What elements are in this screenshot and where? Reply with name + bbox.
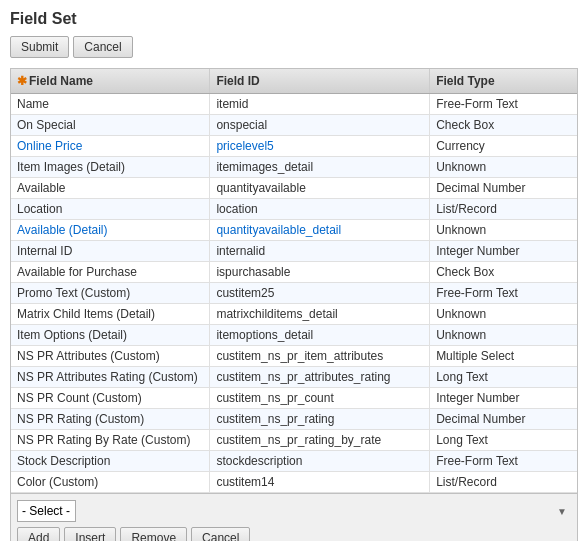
table-container: ✱Field Name Field ID Field Type Nameitem… — [10, 68, 578, 494]
table-row: Available (Detail)quantityavailable_deta… — [11, 220, 577, 241]
table-row: Promo Text (Custom)custitem25Free-Form T… — [11, 283, 577, 304]
cell-field-type: Free-Form Text — [430, 283, 577, 304]
cell-field-name: NS PR Rating (Custom) — [11, 409, 210, 430]
cell-field-id: itemid — [210, 94, 430, 115]
table-row: NS PR Rating By Rate (Custom)custitem_ns… — [11, 430, 577, 451]
cell-field-type: Integer Number — [430, 241, 577, 262]
column-header-type: Field Type — [430, 69, 577, 94]
cell-field-name: Online Price — [11, 136, 210, 157]
submit-button[interactable]: Submit — [10, 36, 69, 58]
table-row: Matrix Child Items (Detail)matrixchildit… — [11, 304, 577, 325]
cell-field-name: Available for Purchase — [11, 262, 210, 283]
table-row: Item Options (Detail)itemoptions_detailU… — [11, 325, 577, 346]
cell-field-name: Item Options (Detail) — [11, 325, 210, 346]
cell-field-id: onspecial — [210, 115, 430, 136]
cell-field-id: matrixchilditems_detail — [210, 304, 430, 325]
field-select[interactable]: - Select - — [17, 500, 76, 522]
table-row: LocationlocationList/Record — [11, 199, 577, 220]
table-row: NS PR Rating (Custom)custitem_ns_pr_rati… — [11, 409, 577, 430]
bottom-section: - Select - ▼ Add Insert Remove Cancel — [10, 494, 578, 541]
cancel-action-button[interactable]: Cancel — [191, 527, 250, 541]
cell-field-id: itemimages_detail — [210, 157, 430, 178]
cell-field-id: stockdescription — [210, 451, 430, 472]
cell-field-name: Name — [11, 94, 210, 115]
cell-field-type: Unknown — [430, 157, 577, 178]
cell-field-type: Currency — [430, 136, 577, 157]
cell-field-name: Stock Description — [11, 451, 210, 472]
cell-field-id: custitem_ns_pr_count — [210, 388, 430, 409]
page-container: Field Set Submit Cancel ✱Field Name Fiel… — [0, 0, 588, 541]
cell-field-type: Unknown — [430, 220, 577, 241]
cell-field-name: NS PR Attributes Rating (Custom) — [11, 367, 210, 388]
cell-field-id: custitem25 — [210, 283, 430, 304]
cell-field-name: NS PR Count (Custom) — [11, 388, 210, 409]
cell-field-type: Decimal Number — [430, 409, 577, 430]
remove-button[interactable]: Remove — [120, 527, 187, 541]
toolbar: Submit Cancel — [10, 36, 578, 58]
add-button[interactable]: Add — [17, 527, 60, 541]
cell-field-id: itemoptions_detail — [210, 325, 430, 346]
table-row: NS PR Count (Custom)custitem_ns_pr_count… — [11, 388, 577, 409]
cell-field-name: NS PR Attributes (Custom) — [11, 346, 210, 367]
cell-field-id: internalid — [210, 241, 430, 262]
cell-field-id: pricelevel5 — [210, 136, 430, 157]
cell-field-id: ispurchasable — [210, 262, 430, 283]
cell-field-name: Available — [11, 178, 210, 199]
cell-field-type: Long Text — [430, 367, 577, 388]
table-row: AvailablequantityavailableDecimal Number — [11, 178, 577, 199]
cell-field-id: custitem_ns_pr_rating — [210, 409, 430, 430]
cell-field-id: custitem_ns_pr_item_attributes — [210, 346, 430, 367]
table-row: Available for PurchaseispurchasableCheck… — [11, 262, 577, 283]
column-header-id: Field ID — [210, 69, 430, 94]
cell-field-name: Item Images (Detail) — [11, 157, 210, 178]
cell-field-id: custitem_ns_pr_attributes_rating — [210, 367, 430, 388]
cell-field-name: Available (Detail) — [11, 220, 210, 241]
table-row: Stock DescriptionstockdescriptionFree-Fo… — [11, 451, 577, 472]
cell-field-type: Integer Number — [430, 388, 577, 409]
select-row: - Select - ▼ — [17, 500, 571, 522]
cell-field-type: Free-Form Text — [430, 94, 577, 115]
cell-field-name: Internal ID — [11, 241, 210, 262]
cell-field-type: Unknown — [430, 304, 577, 325]
cell-field-name: Promo Text (Custom) — [11, 283, 210, 304]
cell-field-name: Location — [11, 199, 210, 220]
cell-field-type: Multiple Select — [430, 346, 577, 367]
table-row: NS PR Attributes Rating (Custom)custitem… — [11, 367, 577, 388]
cell-field-id: quantityavailable_detail — [210, 220, 430, 241]
cell-field-name: On Special — [11, 115, 210, 136]
cell-field-type: List/Record — [430, 199, 577, 220]
table-header-row: ✱Field Name Field ID Field Type — [11, 69, 577, 94]
cell-field-type: Check Box — [430, 262, 577, 283]
table-row: NameitemidFree-Form Text — [11, 94, 577, 115]
action-buttons: Add Insert Remove Cancel — [17, 527, 571, 541]
select-wrapper: - Select - ▼ — [17, 500, 571, 522]
table-row: Internal IDinternalidInteger Number — [11, 241, 577, 262]
cell-field-name: Color (Custom) — [11, 472, 210, 493]
cell-field-name: NS PR Rating By Rate (Custom) — [11, 430, 210, 451]
table-row: On SpecialonspecialCheck Box — [11, 115, 577, 136]
fields-table: ✱Field Name Field ID Field Type Nameitem… — [11, 69, 577, 493]
cell-field-type: List/Record — [430, 472, 577, 493]
cell-field-id: quantityavailable — [210, 178, 430, 199]
cell-field-type: Check Box — [430, 115, 577, 136]
cancel-button[interactable]: Cancel — [73, 36, 132, 58]
insert-button[interactable]: Insert — [64, 527, 116, 541]
table-row: Color (Custom)custitem14List/Record — [11, 472, 577, 493]
cell-field-type: Free-Form Text — [430, 451, 577, 472]
cell-field-type: Decimal Number — [430, 178, 577, 199]
table-row: Online Pricepricelevel5Currency — [11, 136, 577, 157]
cell-field-id: custitem_ns_pr_rating_by_rate — [210, 430, 430, 451]
cell-field-type: Unknown — [430, 325, 577, 346]
table-row: Item Images (Detail)itemimages_detailUnk… — [11, 157, 577, 178]
cell-field-id: location — [210, 199, 430, 220]
cell-field-id: custitem14 — [210, 472, 430, 493]
table-row: NS PR Attributes (Custom)custitem_ns_pr_… — [11, 346, 577, 367]
cell-field-name: Matrix Child Items (Detail) — [11, 304, 210, 325]
column-header-name: ✱Field Name — [11, 69, 210, 94]
cell-field-type: Long Text — [430, 430, 577, 451]
page-title: Field Set — [10, 10, 578, 28]
required-star: ✱ — [17, 74, 27, 88]
dropdown-arrow-icon: ▼ — [557, 506, 567, 517]
table-body: NameitemidFree-Form TextOn Specialonspec… — [11, 94, 577, 493]
